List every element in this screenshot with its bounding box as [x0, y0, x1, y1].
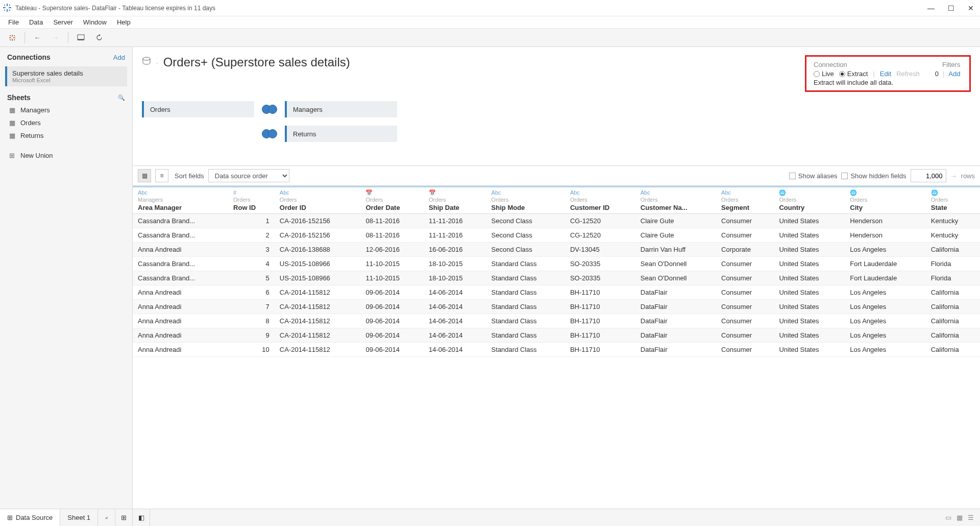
- cell: Cassandra Brand...: [133, 228, 228, 243]
- connections-heading: Connections: [7, 53, 51, 61]
- list-view-button[interactable]: ≡: [155, 169, 168, 182]
- cell: Standard Class: [486, 300, 565, 314]
- column-header[interactable]: 📅OrdersOrder Date: [360, 187, 424, 214]
- cell: 11-10-2015: [360, 257, 424, 271]
- datasource-icon: [142, 57, 151, 68]
- rows-input[interactable]: [911, 169, 946, 182]
- cell: California: [926, 300, 980, 314]
- table-row[interactable]: Cassandra Brand...2CA-2016-15215608-11-2…: [133, 228, 980, 243]
- join-icon[interactable]: [262, 104, 277, 114]
- forward-button[interactable]: →: [47, 31, 64, 45]
- tab-sheet-1[interactable]: Sheet 1: [60, 509, 98, 526]
- bottom-tabs: ⊞Data Source Sheet 1 ⊞ ◧ ▭ ▦ ☰: [0, 509, 980, 526]
- connection-label: Connection: [814, 61, 920, 68]
- cell: Sean O'Donnell: [635, 257, 716, 271]
- save-button[interactable]: [72, 31, 89, 45]
- cell: California: [926, 285, 980, 300]
- cell: CA-2014-115812: [275, 328, 361, 343]
- show-tabs-icon[interactable]: ☰: [968, 514, 974, 521]
- new-union-button[interactable]: ⊞New Union: [0, 149, 132, 162]
- cell: Standard Class: [486, 343, 565, 357]
- table-row[interactable]: Anna Andreadi10CA-2014-11581209-06-20141…: [133, 343, 980, 357]
- extract-radio[interactable]: Extract: [839, 70, 868, 78]
- table-returns[interactable]: Returns: [285, 126, 397, 142]
- live-radio[interactable]: Live: [814, 70, 834, 78]
- column-header[interactable]: AbcOrdersOrder ID: [275, 187, 361, 214]
- new-story-button[interactable]: ◧: [133, 509, 150, 526]
- column-header[interactable]: AbcOrdersShip Mode: [486, 187, 565, 214]
- column-header[interactable]: 🌐OrdersState: [926, 187, 980, 214]
- cell: Cassandra Brand...: [133, 271, 228, 285]
- table-row[interactable]: Cassandra Brand...1CA-2016-15215608-11-2…: [133, 214, 980, 228]
- column-header[interactable]: AbcOrdersSegment: [716, 187, 774, 214]
- cell: California: [926, 243, 980, 257]
- cell: Consumer: [716, 285, 774, 300]
- cell: 11-10-2015: [360, 271, 424, 285]
- cell: Standard Class: [486, 257, 565, 271]
- menu-window[interactable]: Window: [79, 17, 111, 27]
- grid-toolbar: ▦ ≡ Sort fields Data source order Show a…: [133, 165, 980, 186]
- show-hidden-checkbox[interactable]: Show hidden fields: [841, 172, 906, 180]
- cell: 7: [228, 300, 275, 314]
- column-header[interactable]: AbcOrdersCustomer ID: [565, 187, 635, 214]
- connection-item[interactable]: Superstore sales details Microsoft Excel: [5, 66, 127, 86]
- tab-data-source[interactable]: ⊞Data Source: [0, 509, 60, 526]
- data-grid[interactable]: AbcManagersArea Manager#OrdersRow IDAbcO…: [133, 186, 980, 509]
- table-row[interactable]: Anna Andreadi8CA-2014-11581209-06-201414…: [133, 314, 980, 328]
- cell: United States: [774, 257, 845, 271]
- close-button[interactable]: ✕: [968, 4, 974, 12]
- column-header[interactable]: #OrdersRow ID: [228, 187, 275, 214]
- table-row[interactable]: Anna Andreadi7CA-2014-11581209-06-201414…: [133, 300, 980, 314]
- menu-data[interactable]: Data: [25, 17, 47, 27]
- cell: Sean O'Donnell: [635, 271, 716, 285]
- sheet-item-orders[interactable]: ▦Orders: [0, 116, 132, 129]
- table-row[interactable]: Anna Andreadi9CA-2014-11581209-06-201414…: [133, 328, 980, 343]
- grid-view-button[interactable]: ▦: [138, 169, 151, 182]
- table-orders[interactable]: Orders: [142, 101, 254, 117]
- refresh-button[interactable]: [91, 31, 107, 45]
- column-header[interactable]: AbcManagersArea Manager: [133, 187, 228, 214]
- menu-file[interactable]: File: [4, 17, 23, 27]
- cell: 2: [228, 228, 275, 243]
- sort-fields-select[interactable]: Data source order: [208, 169, 289, 182]
- maximize-button[interactable]: ☐: [948, 4, 954, 12]
- show-filmstrip-icon[interactable]: ▭: [945, 514, 951, 521]
- cell: Los Angeles: [845, 243, 925, 257]
- window-title: Tableau - Superstore sales- DataFlair - …: [15, 5, 927, 12]
- cell: California: [926, 343, 980, 357]
- back-button[interactable]: ←: [29, 31, 45, 45]
- cell: Fort Lauderdale: [845, 257, 925, 271]
- cell: California: [926, 314, 980, 328]
- add-filter-link[interactable]: Add: [948, 70, 960, 78]
- cell: 6: [228, 285, 275, 300]
- show-aliases-checkbox[interactable]: Show aliases: [789, 172, 838, 180]
- new-dashboard-button[interactable]: ⊞: [115, 509, 133, 526]
- edit-extract-link[interactable]: Edit: [880, 70, 891, 78]
- datasource-title[interactable]: Orders+ (Superstore sales details): [163, 55, 350, 69]
- menu-server[interactable]: Server: [49, 17, 77, 27]
- column-header[interactable]: 🌐OrdersCity: [845, 187, 925, 214]
- table-row[interactable]: Cassandra Brand...5US-2015-10896611-10-2…: [133, 271, 980, 285]
- show-sheets-icon[interactable]: ▦: [957, 514, 963, 521]
- sheet-item-managers[interactable]: ▦Managers: [0, 104, 132, 116]
- join-canvas[interactable]: Orders Managers Returns: [133, 96, 980, 165]
- cell: BH-11710: [565, 300, 635, 314]
- column-header[interactable]: 📅OrdersShip Date: [424, 187, 486, 214]
- table-managers[interactable]: Managers: [285, 101, 397, 117]
- table-row[interactable]: Anna Andreadi3CA-2016-13868812-06-201616…: [133, 243, 980, 257]
- table-row[interactable]: Cassandra Brand...4US-2015-10896611-10-2…: [133, 257, 980, 271]
- search-icon[interactable]: 🔍: [118, 94, 125, 101]
- column-header[interactable]: AbcOrdersCustomer Na...: [635, 187, 716, 214]
- sheets-heading: Sheets: [7, 93, 31, 102]
- cell: United States: [774, 214, 845, 228]
- minimize-button[interactable]: —: [927, 4, 935, 12]
- join-icon[interactable]: [262, 129, 277, 139]
- sheet-item-returns[interactable]: ▦Returns: [0, 129, 132, 142]
- table-row[interactable]: Anna Andreadi6CA-2014-11581209-06-201414…: [133, 285, 980, 300]
- add-connection-link[interactable]: Add: [113, 54, 125, 61]
- new-worksheet-button[interactable]: [98, 509, 115, 526]
- menu-help[interactable]: Help: [113, 17, 135, 27]
- tableau-icon[interactable]: [4, 31, 20, 45]
- cell: Los Angeles: [845, 314, 925, 328]
- column-header[interactable]: 🌐OrdersCountry: [774, 187, 845, 214]
